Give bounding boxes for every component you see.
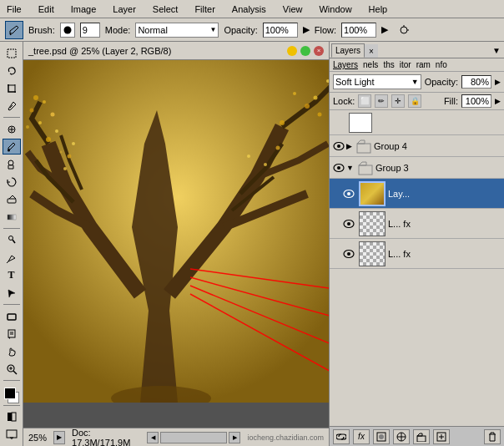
new-group-btn[interactable] — [413, 429, 430, 444]
scroll-track[interactable] — [160, 432, 227, 443]
opacity-value[interactable] — [461, 75, 491, 89]
brush-size-input[interactable] — [80, 23, 100, 38]
svg-rect-22 — [7, 430, 17, 438]
fill-stepper[interactable]: ▶ — [495, 97, 501, 105]
svg-point-34 — [280, 120, 285, 125]
menu-view[interactable]: View — [280, 3, 306, 16]
new-layer-btn[interactable] — [433, 429, 450, 444]
tab-ram[interactable]: ram — [416, 60, 431, 69]
tool-divider-2 — [3, 228, 20, 229]
screen-mode[interactable] — [3, 427, 21, 443]
clone-stamp-tool[interactable] — [3, 156, 21, 172]
panel-menu-btn[interactable]: ▼ — [491, 44, 502, 57]
blend-mode-dropdown[interactable]: Normal ▼ — [135, 23, 219, 38]
notes-tool[interactable] — [3, 326, 21, 342]
layer-item-layer2[interactable]: Lay... — [330, 179, 504, 209]
adjustment-layer-btn[interactable] — [393, 429, 410, 444]
lock-image-btn[interactable]: ✏ — [375, 94, 388, 108]
layer-vis-fx1[interactable] — [341, 216, 356, 231]
close-btn[interactable]: × — [314, 46, 324, 56]
minimize-btn[interactable] — [287, 46, 297, 56]
quick-mask-mode[interactable] — [3, 409, 21, 425]
healing-tool[interactable] — [3, 121, 21, 137]
opacity-input[interactable] — [263, 23, 298, 38]
menu-analysis[interactable]: Analysis — [229, 3, 270, 16]
lock-all-btn[interactable]: 🔒 — [408, 94, 421, 108]
brush-tool-icon[interactable] — [5, 21, 23, 39]
group3-arrow[interactable]: ▼ — [346, 164, 354, 172]
svg-point-53 — [337, 144, 340, 148]
add-style-btn[interactable]: fx — [353, 429, 370, 444]
layer-vis-layer2[interactable] — [341, 186, 356, 201]
tab-layers[interactable]: Layers — [331, 43, 365, 58]
selection-tool[interactable] — [3, 45, 21, 61]
canvas-container[interactable] — [23, 60, 329, 428]
hand-tool[interactable] — [3, 343, 21, 359]
status-menu-btn[interactable]: ▶ — [53, 431, 65, 444]
dodge-tool[interactable] — [3, 232, 21, 248]
layer-vis-group3[interactable] — [331, 160, 346, 175]
menu-layer[interactable]: Layer — [109, 3, 139, 16]
layer-vis-group4[interactable] — [331, 139, 346, 154]
crop-tool[interactable] — [3, 80, 21, 96]
path-selection-tool[interactable] — [3, 285, 21, 301]
delete-layer-btn[interactable] — [484, 429, 501, 444]
layer-item-fx2[interactable]: L... fx — [330, 239, 504, 269]
svg-point-43 — [60, 151, 63, 154]
menu-file[interactable]: File — [3, 3, 25, 16]
eraser-tool[interactable] — [3, 191, 21, 207]
eyedropper-tool[interactable] — [3, 98, 21, 114]
gradient-tool[interactable] — [3, 209, 21, 225]
pen-tool[interactable] — [3, 250, 21, 266]
tab-itor[interactable]: itor — [400, 60, 411, 69]
tab-ths[interactable]: ths — [383, 60, 394, 69]
layer-vis-white[interactable] — [331, 115, 346, 130]
watermark: iocheng.chazidian.com — [247, 433, 324, 442]
scroll-left-btn[interactable]: ◀ — [147, 432, 159, 443]
tab-nels[interactable]: nels — [363, 60, 378, 69]
maximize-btn[interactable] — [300, 46, 310, 56]
opacity-arrow[interactable]: ▶ — [303, 24, 310, 35]
tab-channels[interactable]: × — [365, 44, 378, 58]
add-mask-btn[interactable] — [373, 429, 390, 444]
layer-item-white[interactable] — [330, 110, 504, 135]
svg-point-42 — [72, 142, 75, 145]
history-brush-tool[interactable] — [3, 174, 21, 190]
flow-arrow[interactable]: ▶ — [381, 24, 388, 35]
svg-point-33 — [51, 113, 55, 117]
canvas-titlebar: _tree.psd @ 25% (Layer 2, RGB/8) × — [23, 42, 329, 60]
link-layers-btn[interactable] — [333, 429, 350, 444]
type-tool[interactable]: T — [3, 267, 21, 283]
svg-point-45 — [276, 146, 280, 150]
layer-blend-dropdown[interactable]: Soft Light ▼ — [333, 74, 421, 89]
layer-thumb-white — [349, 113, 372, 133]
scroll-right-btn[interactable]: ▶ — [229, 432, 240, 443]
lasso-tool[interactable] — [3, 63, 21, 79]
tab-nfo[interactable]: nfo — [436, 60, 447, 69]
menu-help[interactable]: Help — [365, 3, 391, 16]
layer-vis-fx2[interactable] — [341, 246, 356, 261]
opacity-stepper[interactable]: ▶ — [495, 78, 501, 86]
brush-tool[interactable] — [3, 139, 21, 155]
menu-select[interactable]: Select — [149, 3, 182, 16]
fill-value[interactable] — [461, 94, 491, 108]
tab-layers-label[interactable]: Layers — [333, 60, 358, 69]
lock-transparent-btn[interactable]: ⬜ — [358, 94, 371, 108]
foreground-color[interactable] — [4, 388, 16, 399]
menu-image[interactable]: Image — [68, 3, 100, 16]
menu-window[interactable]: Window — [315, 3, 355, 16]
airbrush-toggle[interactable] — [395, 21, 413, 39]
group4-arrow[interactable]: ▶ — [346, 142, 352, 150]
brush-preview[interactable] — [60, 23, 75, 38]
layer-item-group4[interactable]: ▶ Group 4 — [330, 135, 504, 157]
menu-filter[interactable]: Filter — [191, 3, 218, 16]
lock-position-btn[interactable]: ✛ — [391, 94, 405, 108]
zoom-tool[interactable] — [3, 361, 21, 377]
flow-input[interactable] — [341, 23, 376, 38]
layer-thumb-fx2 — [359, 241, 386, 266]
rectangle-tool[interactable] — [3, 308, 21, 324]
layer-item-fx1[interactable]: L... fx — [330, 209, 504, 239]
menu-edit[interactable]: Edit — [35, 3, 58, 16]
color-swatches[interactable] — [3, 386, 21, 402]
layer-item-group3[interactable]: ▼ Group 3 — [330, 157, 504, 179]
